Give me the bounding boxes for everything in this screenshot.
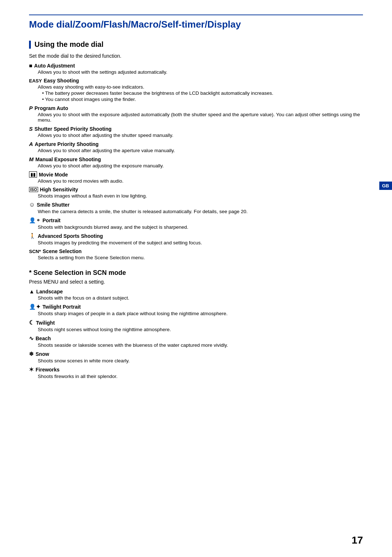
- auto-label-text: Auto Adjustment: [34, 63, 75, 69]
- twilight-portrait-label-text: Twilight Portrait: [42, 304, 81, 310]
- snow-icon: ❄: [29, 351, 34, 357]
- program-icon: P: [29, 105, 33, 111]
- mode-twilight-portrait: 👤✦ Twilight Portrait Shoots sharp images…: [29, 304, 363, 316]
- iso-label-text: High Sensitivity: [40, 187, 78, 192]
- beach-label-text: Beach: [36, 336, 51, 341]
- beach-icon: ∿: [29, 335, 34, 342]
- program-desc: Allows you to shoot with the exposure ad…: [38, 112, 363, 123]
- mode-smile-label: ☺ Smile Shutter: [29, 202, 363, 208]
- beach-desc: Shoots seaside or lakeside scenes with t…: [38, 342, 363, 348]
- mode-sports-label: 🚶 Advanced Sports Shooting: [29, 233, 363, 239]
- manual-desc: Allows you to shoot after adjusting the …: [38, 163, 363, 168]
- gb-badge: GB: [379, 182, 392, 190]
- section1-intro: Set the mode dial to the desired functio…: [29, 53, 363, 59]
- snow-label-text: Snow: [36, 351, 49, 357]
- mode-landscape: ▲ Landscape Shoots with the focus on a d…: [29, 288, 363, 301]
- shutter-label-text: Shutter Speed Priority Shooting: [34, 126, 111, 132]
- fireworks-desc: Shoots fireworks in all their splendor.: [38, 374, 363, 379]
- manual-label-text: Manual Exposure Shooting: [36, 156, 101, 162]
- fireworks-label-text: Fireworks: [36, 367, 60, 373]
- snow-desc: Shoots snow scenes in white more clearly…: [38, 358, 363, 363]
- mode-program-auto: P Program Auto Allows you to shoot with …: [29, 105, 363, 123]
- easy-icon: EASY: [29, 78, 42, 84]
- page-title: Mode dial/Zoom/Flash/Macro/Self-timer/Di…: [29, 19, 363, 30]
- page-number: 17: [352, 534, 363, 546]
- mode-shutter-speed: S Shutter Speed Priority Shooting Allows…: [29, 126, 363, 138]
- smile-icon: ☺: [29, 202, 35, 208]
- twilight-label-text: Twilight: [36, 320, 55, 326]
- mode-aperture-label: A Aperture Priority Shooting: [29, 141, 363, 147]
- mode-twilight-label: ☾ Twilight: [29, 319, 363, 326]
- top-border: [29, 15, 363, 15]
- mode-high-sensitivity: ISO High Sensitivity Shoots images witho…: [29, 187, 363, 199]
- mode-sports-shooting: 🚶 Advanced Sports Shooting Shoots images…: [29, 233, 363, 245]
- aperture-label-text: Aperture Priority Shooting: [35, 141, 99, 147]
- manual-icon: M: [29, 156, 34, 162]
- movie-desc: Allows you to record movies with audio.: [38, 178, 363, 184]
- portrait-desc: Shoots with backgrounds blurred away, an…: [38, 224, 363, 230]
- shutter-desc: Allows you to shoot after adjusting the …: [38, 133, 363, 138]
- easy-desc: Allows easy shooting with easy-to-see in…: [38, 84, 363, 90]
- auto-desc: Allows you to shoot with the settings ad…: [38, 69, 363, 75]
- mode-scn: SCN* Scene Selection Selects a setting f…: [29, 248, 363, 260]
- aperture-desc: Allows you to shoot after adjusting the …: [38, 148, 363, 153]
- section1-heading: Using the mode dial: [29, 40, 363, 49]
- mode-snow-label: ❄ Snow: [29, 351, 363, 357]
- mode-aperture: A Aperture Priority Shooting Allows you …: [29, 141, 363, 153]
- smile-label-text: Smile Shutter: [37, 202, 69, 208]
- portrait-icon: 👤⚬: [29, 217, 41, 224]
- scn-label-text: Scene Selection: [43, 248, 82, 254]
- mode-iso-label: ISO High Sensitivity: [29, 187, 363, 192]
- sports-label-text: Advanced Sports Shooting: [38, 233, 103, 239]
- scn-desc: Selects a setting from the Scene Selecti…: [38, 255, 363, 260]
- portrait-label-text: Portrait: [42, 217, 61, 223]
- landscape-icon: ▲: [29, 288, 34, 294]
- easy-bullet-1: • The battery power decreases faster bec…: [42, 90, 363, 96]
- mode-snow: ❄ Snow Shoots snow scenes in white more …: [29, 351, 363, 363]
- auto-icon: ■: [29, 62, 32, 69]
- program-label-text: Program Auto: [34, 105, 68, 111]
- mode-twilight: ☾ Twilight Shoots night scenes without l…: [29, 319, 363, 332]
- landscape-desc: Shoots with the focus on a distant subje…: [38, 295, 363, 301]
- iso-desc: Shoots images without a flash even in lo…: [38, 193, 363, 199]
- mode-scn-label: SCN* Scene Selection: [29, 248, 363, 254]
- twilight-icon: ☾: [29, 319, 34, 326]
- mode-shutter-label: S Shutter Speed Priority Shooting: [29, 126, 363, 132]
- smile-desc: When the camera detects a smile, the shu…: [38, 209, 363, 214]
- mode-movie-label: ▮▮ Movie Mode: [29, 171, 363, 178]
- mode-smile-shutter: ☺ Smile Shutter When the camera detects …: [29, 202, 363, 214]
- mode-beach-label: ∿ Beach: [29, 335, 363, 342]
- mode-portrait-label: 👤⚬ Portrait: [29, 217, 363, 224]
- twilight-portrait-desc: Shoots sharp images of people in a dark …: [38, 311, 363, 316]
- sports-icon: 🚶: [29, 233, 36, 239]
- landscape-label-text: Landscape: [36, 289, 63, 294]
- easy-label-text: Easy Shooting: [44, 78, 79, 84]
- twilight-portrait-icon: 👤✦: [29, 304, 41, 310]
- mode-portrait: 👤⚬ Portrait Shoots with backgrounds blur…: [29, 217, 363, 230]
- easy-bullet-2: • You cannot shoot images using the find…: [42, 97, 363, 102]
- iso-icon: ISO: [29, 187, 38, 192]
- aperture-icon: A: [29, 141, 33, 147]
- twilight-desc: Shoots night scenes without losing the n…: [38, 327, 363, 332]
- mode-easy-shooting: EASY Easy Shooting Allows easy shooting …: [29, 78, 363, 102]
- mode-movie: ▮▮ Movie Mode Allows you to record movie…: [29, 171, 363, 184]
- mode-manual-label: M Manual Exposure Shooting: [29, 156, 363, 162]
- mode-program-label: P Program Auto: [29, 105, 363, 111]
- movie-label-text: Movie Mode: [39, 172, 68, 178]
- heading-bar: [29, 41, 31, 49]
- mode-twilight-portrait-label: 👤✦ Twilight Portrait: [29, 304, 363, 310]
- section2-heading: * Scene Selection in SCN mode: [29, 269, 363, 277]
- sports-desc: Shoots images by predicting the movement…: [38, 240, 363, 245]
- mode-manual-exposure: M Manual Exposure Shooting Allows you to…: [29, 156, 363, 168]
- mode-auto-adjustment: ■ Auto Adjustment Allows you to shoot wi…: [29, 62, 363, 75]
- mode-easy-label: EASY Easy Shooting: [29, 78, 363, 84]
- mode-fireworks-label: ✶ Fireworks: [29, 366, 363, 373]
- shutter-icon: S: [29, 126, 33, 132]
- scn-icon: SCN*: [29, 249, 41, 254]
- mode-fireworks: ✶ Fireworks Shoots fireworks in all thei…: [29, 366, 363, 379]
- movie-icon: ▮▮: [29, 171, 37, 178]
- mode-beach: ∿ Beach Shoots seaside or lakeside scene…: [29, 335, 363, 348]
- mode-landscape-label: ▲ Landscape: [29, 288, 363, 294]
- mode-auto-label: ■ Auto Adjustment: [29, 62, 363, 69]
- section2-intro: Press MENU and select a setting.: [29, 279, 363, 285]
